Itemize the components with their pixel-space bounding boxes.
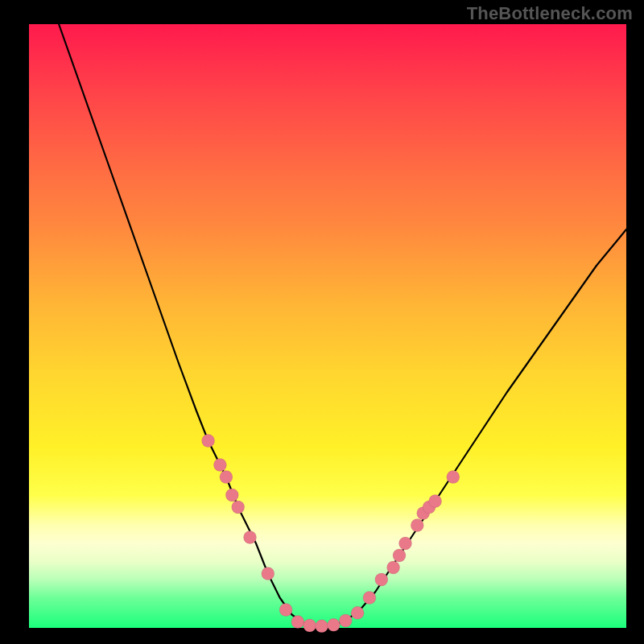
data-point bbox=[375, 573, 388, 586]
data-point bbox=[351, 606, 364, 619]
data-point bbox=[327, 618, 340, 631]
chart-svg bbox=[29, 24, 626, 628]
data-point bbox=[244, 531, 257, 544]
data-point bbox=[387, 561, 400, 574]
data-point bbox=[363, 592, 376, 605]
chart-frame: TheBottleneck.com bbox=[0, 0, 644, 644]
data-point bbox=[279, 604, 292, 617]
curve-series bbox=[59, 24, 626, 626]
data-point bbox=[202, 435, 215, 448]
bottleneck-curve bbox=[59, 24, 626, 626]
data-point bbox=[213, 459, 226, 472]
data-point bbox=[399, 537, 412, 550]
marker-group bbox=[202, 435, 460, 633]
data-point bbox=[232, 501, 245, 514]
data-point bbox=[447, 471, 460, 484]
data-point bbox=[393, 549, 406, 562]
data-point bbox=[303, 619, 316, 632]
data-point bbox=[220, 471, 233, 484]
data-point bbox=[291, 616, 304, 629]
watermark-text: TheBottleneck.com bbox=[467, 3, 633, 24]
data-point bbox=[262, 568, 275, 580]
plot-area bbox=[29, 24, 626, 628]
data-point bbox=[339, 614, 352, 627]
data-point bbox=[411, 519, 423, 532]
data-point bbox=[225, 489, 238, 502]
data-point bbox=[316, 620, 328, 633]
data-point bbox=[429, 495, 442, 508]
